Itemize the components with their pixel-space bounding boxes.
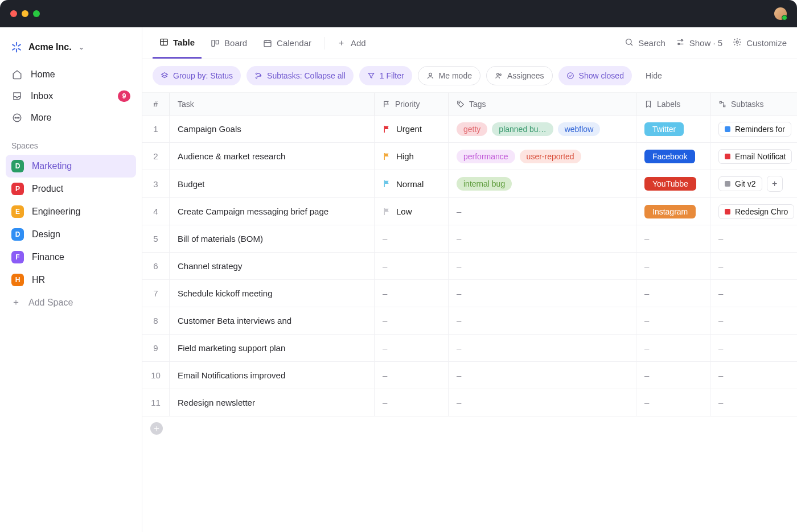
search-button[interactable]: Search [625,38,665,48]
user-avatar[interactable] [774,7,787,20]
cell-subtasks[interactable]: – [710,225,797,252]
tab-calendar[interactable]: Calendar [256,27,318,59]
cell-tags[interactable]: – [449,307,636,334]
cell-task[interactable]: Customer Beta interviews and [170,307,375,334]
tag-chip[interactable]: internal bug [457,177,512,191]
table-row[interactable]: 11 Redesign newsletter – – – – [142,389,797,416]
cell-labels[interactable]: – [636,280,710,307]
customize-button[interactable]: Customize [733,38,787,48]
cell-tags[interactable]: – [449,198,636,225]
cell-labels[interactable]: Twitter [636,116,710,142]
col-task[interactable]: Task [170,93,375,115]
col-tags[interactable]: Tags [449,93,636,115]
tag-chip[interactable]: webflow [558,122,601,136]
col-number[interactable]: # [142,93,170,115]
cell-priority[interactable]: High [375,143,449,170]
cell-labels[interactable]: – [636,389,710,416]
add-space-button[interactable]: ＋ Add Space [6,291,136,314]
table-row[interactable]: 10 Email Notifications improved – – – – [142,362,797,389]
cell-subtasks[interactable]: Email Notificat [710,143,797,170]
cell-priority[interactable]: – [375,335,449,361]
show-button[interactable]: Show · 5 [676,38,722,48]
table-row[interactable]: 5 Bill of materials (BOM) – – – – [142,225,797,253]
table-row[interactable]: 1 Campaign Goals Urgent gettyplanned bu…… [142,116,797,143]
cell-priority[interactable]: – [375,362,449,389]
cell-priority[interactable]: Normal [375,170,449,197]
cell-tags[interactable]: internal bug [449,170,636,197]
tab-table[interactable]: Table [153,27,202,59]
add-subtask-button[interactable]: + [767,176,783,192]
cell-labels[interactable]: Instagram [636,198,710,225]
nav-home[interactable]: Home [6,64,136,85]
col-priority[interactable]: Priority [375,93,449,115]
subtask-chip[interactable]: Redesign Chro [718,204,794,219]
org-switcher[interactable]: Acme Inc. ⌄ [6,35,136,64]
label-chip[interactable]: YouTubbe [644,177,696,191]
me-mode-pill[interactable]: Me mode [418,66,480,85]
cell-subtasks[interactable]: – [710,307,797,334]
col-labels[interactable]: Labels [636,93,710,115]
cell-labels[interactable]: – [636,253,710,279]
cell-subtasks[interactable]: – [710,335,797,361]
subtasks-pill[interactable]: Subtasks: Collapse all [247,66,354,85]
cell-priority[interactable]: – [375,253,449,279]
tag-chip[interactable]: performance [457,150,515,163]
sidebar-space-item[interactable]: DDesign [6,223,136,246]
table-row[interactable]: 7 Schedule kickoff meeting – – – – [142,280,797,307]
cell-labels[interactable]: – [636,362,710,389]
hide-filters-link[interactable]: Hide [642,71,665,80]
tag-chip[interactable]: getty [457,122,487,136]
cell-tags[interactable]: – [449,389,636,416]
cell-task[interactable]: Redesign newsletter [170,389,375,416]
sidebar-space-item[interactable]: DMarketing [6,155,136,178]
cell-tags[interactable]: performanceuser-reported [449,143,636,170]
tag-chip[interactable]: planned bu… [492,122,553,136]
cell-subtasks[interactable]: – [710,362,797,389]
cell-task[interactable]: Bill of materials (BOM) [170,225,375,252]
cell-subtasks[interactable]: Redesign Chro [710,198,797,225]
cell-priority[interactable]: – [375,389,449,416]
table-row[interactable]: 6 Channel strategy – – – – [142,253,797,280]
table-row[interactable]: 8 Customer Beta interviews and – – – – [142,307,797,335]
close-window-button[interactable] [10,10,17,17]
fullscreen-window-button[interactable] [33,10,40,17]
cell-tags[interactable]: gettyplanned bu…webflow [449,116,636,142]
minimize-window-button[interactable] [22,10,28,17]
cell-subtasks[interactable]: – [710,280,797,307]
cell-labels[interactable]: – [636,225,710,252]
cell-task[interactable]: Create Campaign messaging brief page [170,198,375,225]
assignees-pill[interactable]: Assignees [486,66,553,85]
label-chip[interactable]: Twitter [644,122,684,136]
cell-priority[interactable]: Urgent [375,116,449,142]
cell-priority[interactable]: – [375,225,449,252]
subtask-chip[interactable]: Git v2 [718,176,762,191]
sidebar-space-item[interactable]: EEngineering [6,200,136,223]
cell-priority[interactable]: – [375,280,449,307]
cell-labels[interactable]: – [636,307,710,334]
table-row[interactable]: 4 Create Campaign messaging brief page L… [142,198,797,225]
subtask-chip[interactable]: Email Notificat [718,149,792,164]
tag-chip[interactable]: user-reported [520,150,581,163]
label-chip[interactable]: Facebook [644,150,695,163]
table-row[interactable]: 9 Field marketing support plan – – – – [142,335,797,362]
show-closed-pill[interactable]: Show closed [558,66,632,85]
cell-task[interactable]: Channel strategy [170,253,375,279]
cell-priority[interactable]: – [375,307,449,334]
cell-subtasks[interactable]: Git v2+ [710,170,797,197]
sidebar-space-item[interactable]: FFinance [6,246,136,269]
add-view-button[interactable]: ＋ Add [330,27,373,59]
group-by-pill[interactable]: Group by: Status [153,66,241,85]
cell-task[interactable]: Schedule kickoff meeting [170,280,375,307]
cell-task[interactable]: Budget [170,170,375,197]
table-row[interactable]: 2 Audience & market research High perfor… [142,143,797,170]
sidebar-space-item[interactable]: PProduct [6,178,136,200]
add-row-button[interactable]: ＋ [150,422,163,435]
cell-task[interactable]: Audience & market research [170,143,375,170]
subtask-chip[interactable]: Reminders for [718,122,791,137]
cell-subtasks[interactable]: – [710,253,797,279]
cell-labels[interactable]: – [636,335,710,361]
cell-tags[interactable]: – [449,225,636,252]
nav-inbox[interactable]: Inbox 9 [6,85,136,107]
cell-subtasks[interactable]: – [710,389,797,416]
cell-task[interactable]: Field marketing support plan [170,335,375,361]
